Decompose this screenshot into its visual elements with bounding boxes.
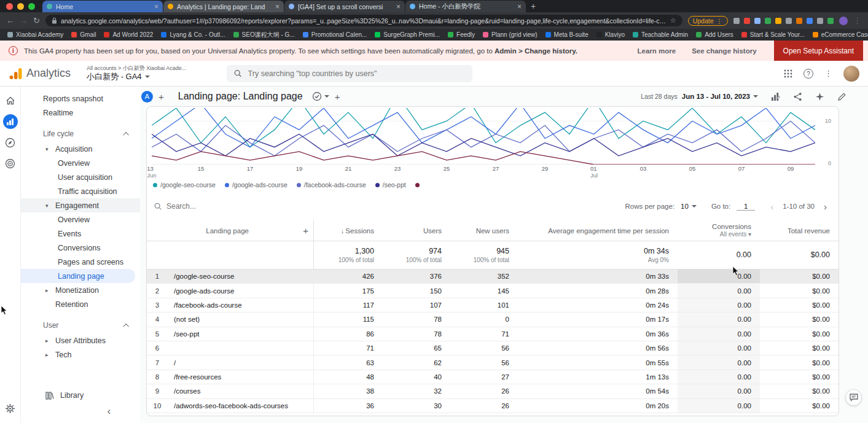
table-row[interactable]: 67165560m 56s0.00$0.00 <box>147 341 839 355</box>
admin-gear-icon[interactable] <box>3 401 18 416</box>
bookmark-item[interactable]: Ad World 2022 <box>104 31 153 38</box>
sidebar-item-library[interactable]: Library <box>21 387 140 403</box>
sidebar-item-conversions[interactable]: Conversions <box>21 241 140 255</box>
column-header-total-revenue[interactable]: Total revenue <box>760 227 839 235</box>
bookmark-item[interactable]: Meta B-suite <box>545 31 588 38</box>
table-search[interactable] <box>154 202 259 211</box>
sidebar-item-realtime[interactable]: Realtime <box>21 106 140 120</box>
rows-per-page-select[interactable]: 10 <box>681 203 697 210</box>
nav-advertising-icon[interactable] <box>3 156 18 171</box>
sidebar-item-landing-page[interactable]: Landing page <box>21 269 135 283</box>
legend-item[interactable]: /facebook-ads-course <box>297 181 366 188</box>
browser-tab[interactable]: [GA4] Set up a scroll conversi× <box>284 1 405 12</box>
browser-tab[interactable]: Home× <box>42 1 163 12</box>
learn-more-link[interactable]: Learn more <box>637 47 676 55</box>
bookmark-item[interactable]: Teachable Admin <box>633 31 688 38</box>
help-icon[interactable]: ? <box>803 69 813 79</box>
previous-page-button[interactable]: ‹ <box>767 201 776 212</box>
grammar-extension-icon[interactable] <box>765 18 771 24</box>
legend-item[interactable] <box>415 183 420 187</box>
legend-item[interactable]: /google-seo-course <box>153 181 216 188</box>
tab-close-icon[interactable]: × <box>154 3 158 10</box>
table-row[interactable]: 3/facebook-ads-course1171071010m 24s0.00… <box>147 298 839 312</box>
bookmark-item[interactable]: Lyang & Co. - Outl... <box>161 31 225 38</box>
reload-button[interactable]: ↻ <box>33 16 40 25</box>
clip-extension-icon[interactable] <box>817 18 823 24</box>
sidebar-section-user[interactable]: User <box>21 317 140 333</box>
drive-extension-icon[interactable] <box>807 18 813 24</box>
bookmark-item[interactable]: SurgeGraph Premi... <box>375 31 440 38</box>
check-extension-icon[interactable] <box>827 18 834 24</box>
minimize-window-button[interactable] <box>17 3 24 10</box>
date-range-picker[interactable]: Last 28 days Jun 13 - Jul 10, 2023 <box>641 93 758 100</box>
user-avatar[interactable] <box>843 66 859 82</box>
share-icon[interactable] <box>793 92 802 101</box>
add-dimension-icon[interactable]: + <box>303 225 308 236</box>
bookmark-item[interactable]: Gmail <box>71 31 96 38</box>
chrome-update-button[interactable]: Update⋮ <box>688 16 728 26</box>
maximize-window-button[interactable] <box>28 3 35 10</box>
browser-tab[interactable]: Analytics | Landing page: Land× <box>163 1 284 12</box>
feedback-button[interactable] <box>845 389 862 406</box>
bookmark-item[interactable]: Xiaobai Academy <box>7 31 63 38</box>
bookmark-item[interactable]: Add Users <box>696 31 733 38</box>
sidebar-item-pages-and-screens[interactable]: Pages and screens <box>21 255 140 269</box>
bookmark-item[interactable]: Klaviyo <box>596 31 625 38</box>
nav-reports-icon[interactable] <box>3 114 18 129</box>
bookmark-item[interactable]: Plann (grid view) <box>483 31 537 38</box>
sidebar-collapse-button[interactable]: ‹ <box>21 403 140 419</box>
bookmark-item[interactable]: eCommerce Case... <box>813 31 868 38</box>
check-circle-icon[interactable] <box>312 91 322 101</box>
sidebar-section-life-cycle[interactable]: Life cycle <box>21 126 140 142</box>
insights-icon[interactable] <box>815 92 824 101</box>
analytics-search-input[interactable] <box>248 69 466 78</box>
loom-extension-icon[interactable] <box>775 18 781 24</box>
bookmark-item[interactable]: Start & Scale Your... <box>741 31 805 38</box>
tab-close-icon[interactable]: × <box>275 3 280 10</box>
sidebar-item-overview[interactable]: Overview <box>21 212 140 227</box>
sidebar-item-retention[interactable]: Retention <box>21 297 140 311</box>
add-metric-button[interactable]: + <box>335 91 340 102</box>
tab-close-icon[interactable]: × <box>396 3 401 10</box>
sidebar-item-user-attributes[interactable]: ▸User Attributes <box>21 333 140 347</box>
browser-menu-icon[interactable]: ⋮ <box>853 16 862 25</box>
open-setup-assistant-button[interactable]: Open Setup Assistant <box>774 41 863 61</box>
tab-close-icon[interactable]: × <box>517 3 522 10</box>
legend-item[interactable]: /google-ads-course <box>225 181 287 188</box>
meta-extension-icon[interactable] <box>796 18 802 24</box>
table-row[interactable]: 5/seo-ppt8678710m 36s0.00$0.00 <box>147 327 839 341</box>
google-apps-grid-icon[interactable] <box>784 69 792 78</box>
sidepanel-extension-icon[interactable] <box>733 18 740 24</box>
sidebar-item-traffic-acquisition[interactable]: Traffic acquisition <box>21 184 140 198</box>
column-header-users[interactable]: Users <box>383 227 450 235</box>
notes-extension-icon[interactable] <box>786 18 792 24</box>
sidebar-item-reports-snapshot[interactable]: Reports snapshot <box>21 91 140 106</box>
table-row[interactable]: 9/courses3832260m 54s0.00$0.00 <box>147 384 839 398</box>
close-window-button[interactable] <box>6 3 13 10</box>
sidebar-item-user-acquisition[interactable]: User acquisition <box>21 170 140 184</box>
edit-pencil-icon[interactable] <box>837 92 846 101</box>
table-row[interactable]: 4(not set)1157800m 17s0.00$0.00 <box>147 312 839 327</box>
table-row[interactable]: 2/google-ads-course1751501450m 28s0.00$0… <box>147 284 839 298</box>
sidebar-item-overview[interactable]: Overview <box>21 156 140 170</box>
forward-button[interactable]: → <box>20 16 28 25</box>
column-header-landing-page[interactable]: Landing page + <box>147 220 314 241</box>
bookmark-item[interactable]: Promotional Calen... <box>303 31 367 38</box>
column-header-avg-engagement[interactable]: Average engagement time per session <box>518 227 678 235</box>
table-row[interactable]: 8/free-resources4840271m 13s0.00$0.00 <box>147 370 839 384</box>
table-search-input[interactable] <box>166 202 259 211</box>
chevron-down-icon[interactable] <box>324 95 329 98</box>
bookmark-item[interactable]: SEO课程大纲 - G... <box>233 31 295 39</box>
sessions-over-time-chart[interactable]: 10 0 <box>152 108 815 165</box>
nav-explore-icon[interactable] <box>3 135 18 150</box>
sidebar-item-acquisition[interactable]: ▾Acquisition <box>21 142 140 156</box>
next-page-button[interactable]: › <box>821 201 830 212</box>
sidebar-item-tech[interactable]: ▸Tech <box>21 347 140 362</box>
bookmark-star-icon[interactable]: ☆ <box>670 17 676 25</box>
sidebar-item-monetization[interactable]: ▸Monetization <box>21 283 140 297</box>
url-field[interactable]: analytics.google.com/analytics/web/?auth… <box>45 15 682 26</box>
bookmark-item[interactable]: Feedly <box>448 31 475 38</box>
new-tab-button[interactable]: + <box>531 1 536 11</box>
table-row[interactable]: 10/adwords-seo-facebook-ads-courses36302… <box>147 399 839 413</box>
nav-home-icon[interactable] <box>3 93 18 108</box>
